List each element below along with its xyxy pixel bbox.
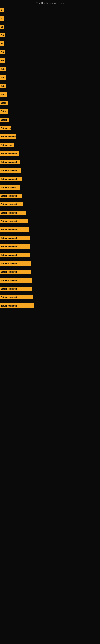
bar-row: Bott [0,65,100,73]
bar-row: Bott [0,48,100,56]
bar-label: Bottleneck result [0,168,21,173]
bar-label: Bot [0,58,5,63]
bar-label: Bottleneck resu [0,134,16,139]
bar-label: B [0,8,3,12]
bar-row: Bottleneck result [0,234,100,242]
bar-label: Bottl [0,92,7,96]
bar-label: Bottleneck result [0,270,31,274]
bar-row: Bottleneck result [0,268,100,276]
bar-label: Bottle [0,100,8,105]
bar-label: Bottleneck [0,126,11,130]
bar-label: Bottleneck result [0,286,32,291]
bar-row: Bot [0,56,100,65]
bar-label: Bottleneck result [0,151,19,156]
bar-row: Bottl [0,90,100,98]
bar-row: Bott [0,73,100,82]
bar-label: Bottleneck result [0,194,22,198]
bar-label: Bot [0,33,5,38]
bar-row: Bo [0,40,100,48]
bar-row: Bot [0,31,100,40]
bar-label: Bottleneck result [0,210,26,215]
bar-row: Bottleneck result [0,302,100,310]
bar-row: Bottleneck result [0,192,100,200]
bar-label: Bottleneck result [0,228,29,232]
bar-row: Bottleneck result [0,259,100,268]
bar-row: B [0,14,100,22]
bar-label: Bottle [0,109,8,114]
bar-row: Bo [0,22,100,31]
bar-row: Bottleneck [0,124,100,132]
bar-row: Bottleneck result [0,149,100,158]
bar-label: Bott [0,75,6,80]
bar-label: Bottleneck result [0,295,33,300]
bar-row: Bottle [0,98,100,107]
bar-label: Bottleneck resu [0,185,20,190]
bar-label: Bo [0,24,4,29]
site-title: TheBottlenecker.com [0,0,100,6]
bar-row: Bottleneck result [0,293,100,302]
bar-row: Bottleneck result [0,226,100,234]
bar-label: B [0,16,4,20]
bar-label: Bott [0,50,5,54]
bar-label: Bottleneck result [0,219,28,224]
bar-row: Bottleneck result [0,158,100,166]
bar-label: Bottleneck r [0,143,14,147]
bar-row: Bottleneck result [0,166,100,175]
bar-label: Bottleneck result [0,160,20,164]
bar-label: Bottleneck result [0,253,30,257]
bar-label: Bottleneck result [0,177,22,181]
bar-label: Bottleneck result [0,236,30,240]
bar-row: Bottleneck result [0,208,100,217]
bar-row: Bottleneck resu [0,132,100,141]
bar-row: Bottleneck result [0,217,100,226]
bars-container: BBBoBotBoBottBotBottBottBottBottlBottleB… [0,6,100,310]
bar-row: Bottleneck result [0,242,100,251]
bar-row: Bottle [0,107,100,116]
bar-row: Bottlen [0,116,100,124]
bar-row: Bottleneck r [0,141,100,149]
bar-row: Bottleneck result [0,251,100,259]
bar-label: Bott [0,84,6,88]
bar-label: Bottleneck result [0,202,23,206]
bar-row: Bott [0,82,100,90]
bar-label: Bottleneck result [0,304,34,308]
bar-label: Bo [0,42,4,46]
bar-label: Bott [0,67,6,71]
bar-label: Bottleneck result [0,244,30,249]
bar-row: Bottleneck result [0,284,100,293]
bar-label: Bottleneck result [0,278,32,282]
bar-row: Bottleneck result [0,175,100,183]
bar-row: Bottleneck result [0,276,100,284]
bar-row: Bottleneck resu [0,183,100,192]
bar-label: Bottlen [0,118,9,122]
bar-row: Bottleneck result [0,200,100,208]
bar-label: Bottleneck result [0,261,31,266]
bar-row: B [0,6,100,14]
